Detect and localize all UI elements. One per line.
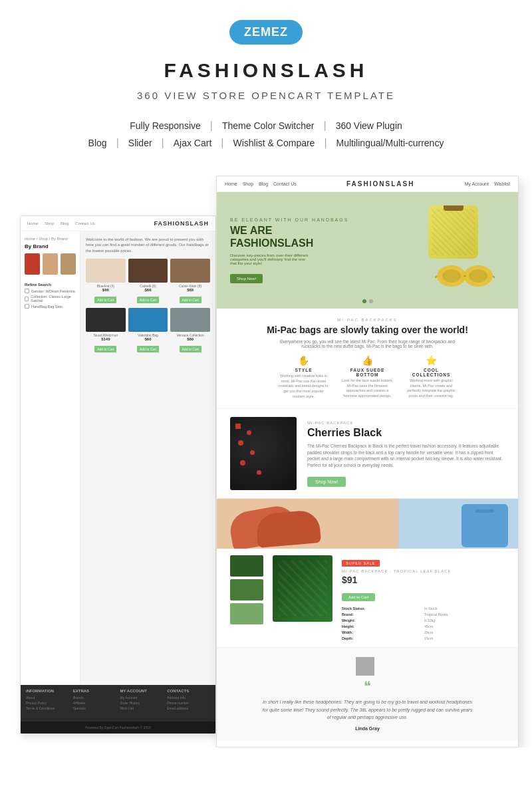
sunglasses [435, 263, 495, 289]
feature-style-desc: Working with creative folks in mind. Mi-… [277, 374, 331, 399]
product-price-2: $66 [128, 288, 168, 292]
product-details: Stock Status: In Stock Brand: Tropical R… [342, 606, 505, 640]
nav-link-contact[interactable]: Contact Us [273, 182, 297, 186]
product-item-4: Stuart Weitzman $149 Add to Cart [86, 308, 126, 353]
supersale-section: SUPER SALE MI-PAC BACKPACK - TROPICAL LE… [217, 549, 518, 648]
cherries-section: MI-PAC BACKPACK Cherries Black The Mi-Pa… [217, 409, 518, 499]
hero-image [398, 202, 498, 299]
testimonial-section: ❝ In short I really like these headphone… [217, 648, 518, 740]
hero-sub-text: Discover key-pieces from over their diff… [230, 253, 310, 265]
mipac-section: MI-PAC BACKPACKS Mi-Pac bags are slowly … [217, 309, 518, 409]
feature-cool-title: COOL COLLECTIONS [405, 368, 458, 377]
supersale-thumb-2 [230, 579, 263, 600]
supersale-main-img [273, 555, 332, 622]
product-item-1: BlueAnd (4) $66 Add to Cart [86, 259, 126, 304]
nav-link-home[interactable]: Home [225, 182, 237, 186]
add-cart-btn-4[interactable]: Add to Cart [94, 346, 116, 352]
hero-shop-btn[interactable]: Shop Now! [230, 274, 263, 283]
brand-title: By Brand [25, 243, 76, 249]
right-nav-actions: My Account Wishlist [465, 182, 510, 186]
supersale-label: MI-PAC BACKPACK - TROPICAL LEAF BLACK [342, 569, 505, 573]
hero-text: BE ELEGANT WITH OUR HANDBAGS WE AREFASHI… [230, 217, 348, 283]
screenshot-left: Home Shop Blog Contact Us FASHIONSLASH H… [20, 215, 216, 734]
product-grid-1: BlueAnd (4) $66 Add to Cart Cabrelli (6)… [86, 259, 210, 304]
nav-link-shop[interactable]: Shop [243, 182, 253, 186]
left-desc: Welcome to the world of fashion. We are … [86, 237, 210, 253]
footer-item: Email address [167, 706, 210, 710]
product-item-2: Cabrelli (6) $66 Add to Cart [128, 259, 168, 304]
product-img-1 [86, 259, 126, 283]
preview-container: Home Shop Blog Contact Us FASHIONSLASH H… [0, 176, 532, 747]
feature-wishlist: Wishlist & Compare [223, 138, 324, 148]
filter-checkbox[interactable] [25, 289, 29, 293]
add-cart-btn-5[interactable]: Add to Cart [137, 346, 159, 352]
color-band-shoes [217, 499, 398, 549]
feature-color-switcher: Theme Color Switcher [213, 120, 324, 131]
feature-responsive: Fully Responsive [120, 120, 210, 131]
add-cart-btn-6[interactable]: Add to Cart [180, 346, 201, 352]
nav-action-wishlist[interactable]: Wishlist [494, 182, 510, 186]
quote-text: In short I really like these headphones.… [261, 698, 474, 721]
feature-blog: Blog [79, 138, 116, 148]
left-main: Home / Shop / By Brand By Brand Refine S… [21, 231, 215, 728]
hero-dot-active[interactable] [362, 299, 366, 303]
color-band [217, 499, 518, 549]
supersale-add-btn[interactable]: Add to Cart [342, 593, 375, 601]
left-nav-logo: FASHIONSLASH [154, 220, 209, 227]
screenshot-right: Home Shop Blog Contact Us FASHIONSLASH M… [216, 176, 519, 747]
nav-link-blog[interactable]: Blog [259, 182, 268, 186]
filter-row-3: HandBag Bag Sets [25, 304, 76, 309]
cherries-desc: The Mi-Pac Cherries Backpack in Black is… [307, 443, 505, 469]
cool-icon: ⭐ [405, 355, 458, 366]
sidebar-filters: Refine Search Gender: WOmen Feminine Col… [25, 283, 76, 309]
features-row-2: Blog | Slider | Ajax Cart | Wishlist & C… [79, 137, 454, 149]
footer-item: Wish List [120, 706, 164, 710]
cherries-title: Cherries Black [307, 427, 505, 439]
left-nav: Home Shop Blog Contact Us FASHIONSLASH [21, 216, 215, 231]
filter-checkbox-3[interactable] [25, 304, 29, 309]
style-icon: ✋ [277, 355, 331, 366]
filter-checkbox-2[interactable] [25, 297, 29, 301]
quote-author: Linda Gray [237, 726, 498, 731]
header: ZEMEZ FASHIONSLASH 360 VIEW STORE OPENCA… [0, 0, 532, 176]
nav-action-account[interactable]: My Account [465, 182, 489, 186]
footer-col-info: INFORMATION About Privacy Policy Terms &… [26, 689, 69, 718]
detail-label-weight: Weight: [342, 618, 422, 622]
footer-item: Order History [120, 701, 164, 705]
svg-point-5 [442, 269, 461, 283]
cherries-backpack-bg [230, 417, 297, 490]
detail-label-stock: Stock Status: [342, 606, 422, 610]
detail-value-brand: Tropical Roots [424, 612, 505, 616]
detail-label-brand: Brand: [342, 612, 422, 616]
detail-label-height: Height: [342, 624, 422, 628]
supersale-thumbs [230, 555, 263, 640]
product-item-6: Versace Collection $60 Add to Cart [170, 308, 210, 353]
supersale-thumb-1 [230, 555, 263, 577]
add-cart-btn-1[interactable]: Add to Cart [94, 297, 116, 303]
supersale-badge: SUPER SALE [342, 560, 380, 567]
testimonial-avatar-area [237, 657, 498, 676]
mipac-desc: Everywhere you go, you will see the late… [275, 339, 461, 348]
svg-point-6 [469, 269, 487, 283]
zemez-logo[interactable]: ZEMEZ [229, 20, 303, 45]
detail-value-width: 29cm [424, 630, 505, 634]
sidebar-thumb-red [25, 253, 40, 275]
footer-col-contacts: CONTACTS Address info Phone number Email… [167, 689, 210, 718]
cherry-2 [247, 430, 251, 435]
backpack-strap [475, 509, 494, 513]
footer-item: Privacy Policy [26, 701, 69, 705]
cherries-shop-btn[interactable]: Shop Now! [307, 477, 346, 487]
backpack-shape-blue [462, 504, 508, 547]
hero-dot-2[interactable] [369, 299, 373, 303]
mipac-feature-cool: ⭐ COOL COLLECTIONS Working more with gra… [405, 355, 458, 399]
feature-suede-title: FAUX SUEDE BOTTOM [341, 368, 394, 377]
add-cart-btn-3[interactable]: Add to Cart [180, 297, 201, 303]
feature-suede-desc: Look for the faux suede bottom, Mi-Pac u… [341, 378, 394, 399]
filter-row-2: Collection: Classic Large Satchel [25, 295, 76, 303]
mipac-label: MI-PAC BACKPACKS [230, 318, 505, 322]
color-band-backpack [398, 499, 518, 549]
footer-item: Terms & Conditions [26, 706, 69, 710]
add-cart-btn-2[interactable]: Add to Cart [137, 297, 159, 303]
cherry-3 [238, 440, 243, 446]
footer-copyright: Powered By OpenCart Fashionslash © 2018 [85, 726, 150, 730]
